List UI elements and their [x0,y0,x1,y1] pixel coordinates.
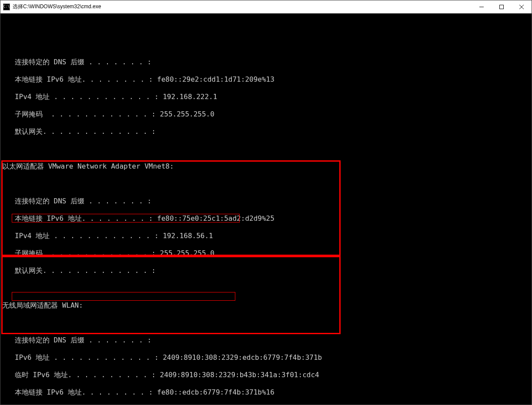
output-line: 默认网关. . . . . . . . . . . . . : [2,266,530,275]
highlight-box-wlan [1,160,341,256]
close-icon [519,5,524,9]
output-line: 连接特定的 DNS 后缀 . . . . . . . : [2,336,530,345]
terminal-area[interactable]: 连接特定的 DNS 后缀 . . . . . . . : 本地链接 IPv6 地… [0,13,532,405]
output-line: IPv6 地址 . . . . . . . . . . . . : 2409:8… [2,353,530,362]
output-line: 子网掩码 . . . . . . . . . . . . : 255.255.2… [2,249,530,258]
output-line: 连接特定的 DNS 后缀 . . . . . . . : [2,197,530,206]
output-line: IPv4 地址 . . . . . . . . . . . . : 192.16… [2,93,530,101]
output-line [2,319,530,327]
output-line: 默认网关. . . . . . . . . . . . . : [2,127,530,136]
output-line: 临时 IPv6 地址. . . . . . . . . . : 2409:891… [2,371,530,379]
maximize-button[interactable] [492,0,512,13]
output-line [2,179,530,188]
output-line: IPv4 地址 . . . . . . . . . . . . : 192.16… [2,232,530,240]
window-title: 选择C:\WINDOWS\system32\cmd.exe [13,3,472,10]
output-line: 本地链接 IPv6 地址. . . . . . . . : fe80::edcb… [2,388,530,397]
highlight-box-local4-ipv4 [12,292,235,301]
output-line: 子网掩码 . . . . . . . . . . . . : 255.255.2… [2,110,530,119]
minimize-icon [479,5,484,9]
output-line: 连接特定的 DNS 后缀 . . . . . . . : [2,58,530,66]
titlebar[interactable]: C:\ 选择C:\WINDOWS\system32\cmd.exe [0,0,532,13]
output-line [2,40,530,49]
terminal-content: 连接特定的 DNS 后缀 . . . . . . . : 本地链接 IPv6 地… [2,32,530,405]
cmd-window: C:\ 选择C:\WINDOWS\system32\cmd.exe 连接特定的 … [0,0,532,405]
cmd-icon: C:\ [3,3,10,10]
adapter-header: 以太网适配器 VMware Network Adapter VMnet8: [2,162,530,171]
adapter-header: 无线局域网适配器 WLAN: [2,301,530,310]
output-line [2,284,530,292]
close-button[interactable] [512,0,532,13]
svg-rect-1 [500,5,504,9]
maximize-icon [499,5,504,9]
window-controls [472,0,532,13]
minimize-button[interactable] [472,0,492,13]
output-line: 本地链接 IPv6 地址. . . . . . . . : fe80::75e0… [2,214,530,223]
cmd-icon-label: C:\ [3,5,10,9]
output-line [2,145,530,153]
output-line: 本地链接 IPv6 地址. . . . . . . . : fe80::29e2… [2,75,530,84]
